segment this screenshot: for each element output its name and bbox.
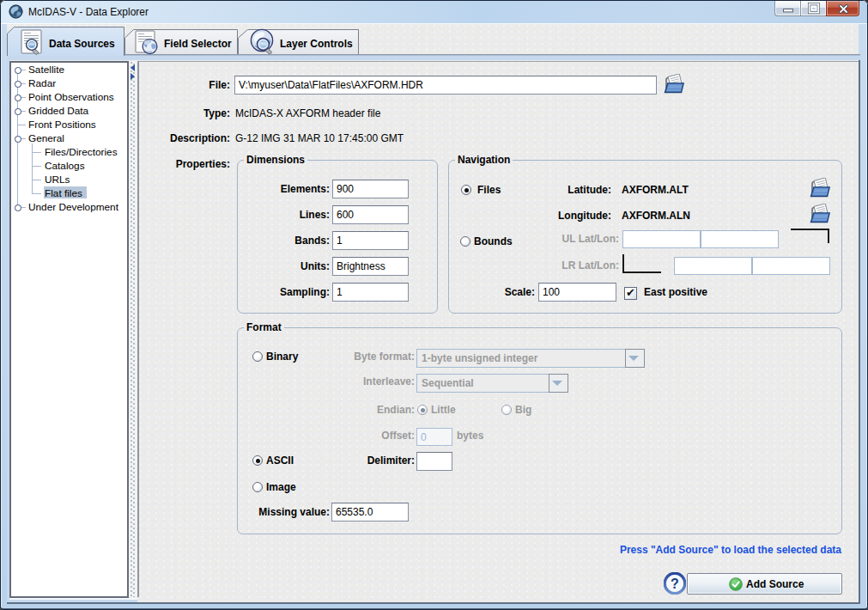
svg-text:?: ?: [671, 576, 679, 591]
